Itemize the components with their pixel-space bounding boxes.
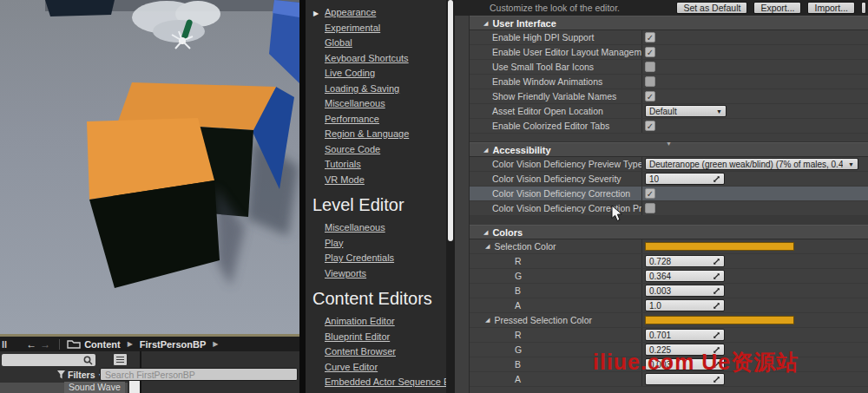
- preferences-subtitle: Customize the look of the editor.: [490, 3, 620, 13]
- settings-row: A1.0: [470, 298, 868, 313]
- checkbox[interactable]: [645, 76, 655, 87]
- nav-link-blueprint-editor[interactable]: Blueprint Editor: [312, 330, 446, 345]
- spinner-value: 0.225: [649, 345, 713, 355]
- import--button[interactable]: Import...: [807, 2, 855, 14]
- breadcrumb-firstpersonbp[interactable]: FirstPersonBP: [140, 339, 206, 350]
- drag-arrows-icon[interactable]: [713, 287, 720, 295]
- color-swatch-bar[interactable]: [645, 316, 794, 324]
- checkbox[interactable]: ✓: [645, 121, 655, 131]
- content-search-input[interactable]: [100, 368, 298, 381]
- spinner-input[interactable]: 0.728: [645, 255, 725, 267]
- row-label: A: [470, 372, 641, 386]
- nav-link-tutorials[interactable]: Tutorials: [312, 157, 446, 173]
- nav-link-animation-editor[interactable]: Animation Editor: [312, 314, 446, 330]
- expander-arrow-icon: ▼: [666, 141, 672, 147]
- nav-link-curve-editor[interactable]: Curve Editor: [312, 360, 446, 376]
- settings-row: Color Vision Deficiency Correction✓: [470, 187, 868, 201]
- checkbox[interactable]: ✓: [645, 32, 655, 43]
- nav-link-loading-saving[interactable]: Loading & Saving: [312, 82, 446, 97]
- expand-triangle-icon[interactable]: ◢: [485, 243, 490, 250]
- row-label: Enable Colorized Editor Tabs: [470, 119, 641, 133]
- settings-row: Show Friendly Variable Names✓: [470, 89, 868, 104]
- nav-link-play[interactable]: Play: [312, 236, 446, 252]
- breadcrumb-caret-icon[interactable]: ▶: [213, 340, 218, 348]
- nav-link-performance[interactable]: Performance: [312, 112, 446, 128]
- spinner-input[interactable]: 0.225: [645, 344, 725, 356]
- checkbox[interactable]: [645, 203, 655, 213]
- checkbox[interactable]: [645, 62, 655, 72]
- breadcrumb-content[interactable]: Content: [84, 339, 121, 350]
- dropdown[interactable]: Deuteranope (green weak/blind) (7% of ma…: [645, 158, 858, 170]
- drag-arrows-icon[interactable]: [713, 302, 720, 310]
- settings-row: Asset Editor Open LocationDefault▼: [470, 104, 868, 119]
- nav-link-flipbook-editor[interactable]: Flipbook Editor: [312, 390, 446, 393]
- nav-link-miscellaneous[interactable]: Miscellaneous: [312, 96, 446, 112]
- breadcrumb-caret-icon[interactable]: ▶: [128, 340, 133, 348]
- level-viewport[interactable]: [0, 0, 299, 337]
- color-swatch-bar[interactable]: [645, 242, 794, 251]
- spinner-input[interactable]: 0.701: [645, 329, 725, 341]
- drag-arrows-icon[interactable]: [713, 376, 720, 383]
- nav-link-global[interactable]: Global: [312, 36, 446, 51]
- nav-link-appearance[interactable]: ▶Appearance: [312, 5, 446, 21]
- row-value-cell: ✓: [641, 187, 868, 200]
- nav-link-play-credentials[interactable]: Play Credentials: [312, 251, 446, 266]
- nav-scrollbar-track[interactable]: [446, 0, 455, 393]
- spinner-input[interactable]: 10: [645, 173, 725, 185]
- row-label: R: [470, 328, 641, 342]
- nav-link-embedded-actor-sequence-editor[interactable]: Embedded Actor Sequence Editor: [312, 375, 446, 390]
- spinner-input[interactable]: 0.364: [645, 270, 725, 282]
- row-label: Color Vision Deficiency Correction: [470, 187, 641, 200]
- asset-type-sound-wave[interactable]: Sound Wave: [64, 382, 125, 393]
- drag-arrows-icon[interactable]: [713, 258, 720, 265]
- history-back-button[interactable]: ←: [26, 338, 36, 350]
- set-as-default-button[interactable]: Set as Default: [676, 2, 747, 14]
- drag-arrows-icon[interactable]: [713, 175, 720, 183]
- drag-arrows-icon[interactable]: [713, 272, 720, 280]
- spinner-input[interactable]: 0.003: [645, 358, 725, 370]
- checkbox[interactable]: ✓: [645, 188, 655, 199]
- nav-link-live-coding[interactable]: Live Coding: [312, 66, 446, 82]
- filters-button[interactable]: Filters ▼: [57, 369, 103, 381]
- row-label: B: [470, 357, 641, 371]
- nav-link-experimental[interactable]: Experimental: [312, 21, 446, 36]
- nav-link-keyboard-shortcuts[interactable]: Keyboard Shortcuts: [312, 51, 446, 67]
- clipped-button[interactable]: [861, 2, 866, 14]
- nav-link-miscellaneous[interactable]: Miscellaneous: [312, 220, 446, 236]
- drag-arrows-icon[interactable]: [713, 346, 720, 354]
- nav-link-viewports[interactable]: Viewports: [312, 266, 446, 282]
- settings-row: Color Vision Deficiency Preview TypeDeut…: [470, 157, 868, 172]
- nav-link-source-code[interactable]: Source Code: [312, 142, 446, 158]
- history-forward-button[interactable]: →: [40, 338, 50, 350]
- drag-arrows-icon[interactable]: [713, 361, 720, 369]
- preferences-header-bar: Customize the look of the editor. Set as…: [455, 0, 868, 16]
- list-view-button[interactable]: [113, 353, 128, 366]
- section-expander[interactable]: ▼: [470, 134, 868, 142]
- settings-row: R0.701: [470, 328, 868, 343]
- export--button[interactable]: Export...: [753, 2, 801, 14]
- row-value-cell: [641, 313, 868, 327]
- sources-scrollbar[interactable]: [129, 381, 140, 393]
- sources-search-box[interactable]: [2, 354, 95, 366]
- dropdown[interactable]: Default▼: [645, 105, 727, 117]
- row-value-cell: [641, 75, 868, 88]
- checkbox[interactable]: ✓: [645, 91, 655, 102]
- spinner-input[interactable]: [645, 373, 725, 385]
- spinner-input[interactable]: 1.0: [645, 299, 725, 311]
- nav-link-region-language[interactable]: Region & Language: [312, 127, 446, 142]
- section-title: Colors: [492, 227, 523, 238]
- expand-triangle-icon[interactable]: ◢: [485, 317, 490, 324]
- section-header-user-interface[interactable]: ◢User Interface: [470, 16, 868, 30]
- nav-scrollbar-thumb[interactable]: [448, 0, 453, 241]
- row-value-cell: [641, 239, 868, 253]
- spinner-input[interactable]: 0.003: [645, 285, 725, 297]
- nav-link-vr-mode[interactable]: VR Mode: [312, 173, 446, 188]
- checkbox[interactable]: ✓: [645, 47, 655, 57]
- row-label: Color Vision Deficiency Severity: [470, 172, 641, 186]
- row-value-cell: [641, 60, 868, 74]
- drag-arrows-icon[interactable]: [713, 331, 720, 339]
- nav-link-content-browser[interactable]: Content Browser: [312, 344, 446, 360]
- section-title: Accessibility: [492, 145, 550, 155]
- row-label: Color Vision Deficiency Correction Previ…: [470, 201, 641, 215]
- section-header-colors[interactable]: ◢Colors: [470, 225, 868, 239]
